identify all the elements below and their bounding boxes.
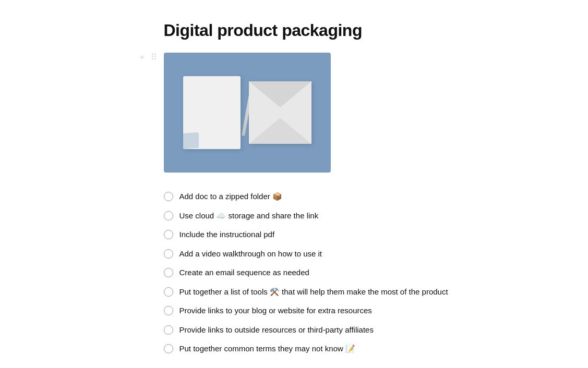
checklist-item: Use cloud ☁️ storage and share the link bbox=[164, 206, 508, 226]
checklist-label-9: Put together common terms they may not k… bbox=[179, 343, 355, 355]
hero-image-inner bbox=[164, 53, 331, 173]
checklist-checkbox-8[interactable] bbox=[164, 325, 173, 335]
checklist-checkbox-1[interactable] bbox=[164, 192, 173, 201]
page-container: Digital product packaging + ⠿ Add doc to… bbox=[59, 10, 529, 368]
checklist-item: Create an email sequence as needed bbox=[164, 263, 508, 283]
checklist-label-2: Use cloud ☁️ storage and share the link bbox=[179, 210, 319, 222]
checklist-item: Provide links to outside resources or th… bbox=[164, 321, 508, 340]
drag-handle-button[interactable]: ⠿ bbox=[149, 52, 159, 63]
checklist-item: Provide links to your blog or website fo… bbox=[164, 301, 508, 321]
checklist-item: Put together common terms they may not k… bbox=[164, 339, 508, 359]
checklist-label-8: Provide links to outside resources or th… bbox=[179, 324, 374, 336]
checklist-label-6: Put together a list of tools ⚒️ that wil… bbox=[179, 286, 448, 298]
block-controls: + ⠿ bbox=[138, 52, 159, 63]
checklist-item: Put together a list of tools ⚒️ that wil… bbox=[164, 283, 508, 302]
checklist-label-5: Create an email sequence as needed bbox=[179, 267, 309, 279]
checklist-label-1: Add doc to a zipped folder 📦 bbox=[179, 191, 282, 203]
add-block-button[interactable]: + bbox=[138, 52, 147, 63]
hero-image bbox=[164, 53, 331, 173]
envelope-icon bbox=[249, 81, 311, 144]
checklist-checkbox-9[interactable] bbox=[164, 344, 173, 353]
page-title: Digital product packaging bbox=[164, 21, 508, 40]
checklist-checkbox-3[interactable] bbox=[164, 230, 173, 239]
checklist-checkbox-2[interactable] bbox=[164, 211, 173, 220]
checklist-checkbox-7[interactable] bbox=[164, 306, 173, 315]
checklist: Add doc to a zipped folder 📦Use cloud ☁️… bbox=[164, 187, 508, 359]
checklist-label-4: Add a video walkthrough on how to use it bbox=[179, 248, 322, 260]
checklist-checkbox-6[interactable] bbox=[164, 287, 173, 297]
checklist-label-7: Provide links to your blog or website fo… bbox=[179, 305, 372, 317]
checklist-item: Add a video walkthrough on how to use it bbox=[164, 244, 508, 264]
checklist-checkbox-4[interactable] bbox=[164, 249, 173, 259]
checklist-checkbox-5[interactable] bbox=[164, 268, 173, 277]
checklist-label-3: Include the instructional pdf bbox=[179, 229, 275, 241]
checklist-item: Include the instructional pdf bbox=[164, 225, 508, 244]
checklist-item: Add doc to a zipped folder 📦 bbox=[164, 187, 508, 206]
paper-doc-icon bbox=[183, 76, 241, 149]
